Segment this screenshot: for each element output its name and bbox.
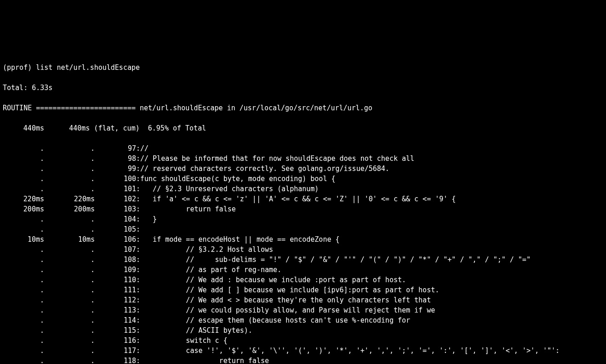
col-flat: 220ms xyxy=(3,194,44,204)
colon: : xyxy=(136,195,140,203)
colon: : xyxy=(136,306,140,314)
source-row: ..99:// reserved characters correctly. S… xyxy=(3,164,603,174)
col-cum: . xyxy=(44,214,95,224)
col-flat: . xyxy=(3,346,44,356)
col-flat: . xyxy=(3,255,44,265)
col-source: // sub-delims = "!" / "$" / "&" / "'" / … xyxy=(140,256,531,264)
source-row: ..109: // as part of reg-name. xyxy=(3,265,603,275)
col-source: // reserved characters correctly. See go… xyxy=(140,165,389,173)
pprof-prompt: (pprof) xyxy=(3,63,36,72)
col-cum: . xyxy=(44,184,95,194)
col-flat: 10ms xyxy=(3,234,44,245)
colon: : xyxy=(136,245,140,254)
source-row: ..116: switch c { xyxy=(3,336,603,346)
colon: : xyxy=(136,357,140,364)
col-flat: . xyxy=(3,336,44,346)
colon: : xyxy=(136,165,140,173)
col-lineno: 108 xyxy=(95,255,136,265)
source-row: ..117: case '!', '$', '&', '\'', '(', ')… xyxy=(3,346,603,356)
source-row: 200ms200ms103: return false xyxy=(3,204,603,214)
col-lineno: 106 xyxy=(95,234,136,245)
col-flat: . xyxy=(3,285,44,295)
col-source: return false xyxy=(140,205,236,213)
col-cum: . xyxy=(44,295,95,305)
col-lineno: 97 xyxy=(95,143,136,154)
col-lineno: 105 xyxy=(95,224,136,234)
source-row: ..101: // §2.3 Unreserved characters (al… xyxy=(3,184,603,194)
col-lineno: 114 xyxy=(95,315,136,325)
col-cum: . xyxy=(44,356,95,364)
col-cum: . xyxy=(44,285,95,295)
command-text: list net/url.shouldEscape xyxy=(36,63,140,72)
col-flat: . xyxy=(3,245,44,255)
source-row: 10ms10ms106: if mode == encodeHost || mo… xyxy=(3,234,603,245)
col-lineno: 100 xyxy=(95,174,136,184)
col-source: if mode == encodeHost || mode == encodeZ… xyxy=(140,235,339,244)
col-cum: 10ms xyxy=(44,234,95,245)
col-cum: 200ms xyxy=(44,204,95,214)
col-cum: . xyxy=(44,325,95,336)
col-lineno: 117 xyxy=(95,346,136,356)
col-source: // xyxy=(140,144,149,153)
col-lineno: 113 xyxy=(95,305,136,315)
col-flat: . xyxy=(3,275,44,285)
source-row: ..105: xyxy=(3,224,603,234)
source-row: ..104: } xyxy=(3,214,603,224)
col-source: // as part of reg-name. xyxy=(140,266,281,274)
col-source: // we could possibly allow, and Parse wi… xyxy=(140,306,435,314)
col-source: // escape them (because hosts can't use … xyxy=(140,316,410,324)
colon: : xyxy=(136,144,140,153)
col-lineno: 104 xyxy=(95,214,136,224)
col-lineno: 98 xyxy=(95,154,136,164)
col-cum: . xyxy=(44,305,95,315)
prompt-line: (pprof) list net/url.shouldEscape xyxy=(3,63,603,73)
header-flat: 440ms xyxy=(3,123,44,133)
col-cum: . xyxy=(44,255,95,265)
col-source: // §2.3 Unreserved characters (alphanum) xyxy=(140,185,319,193)
colon: : xyxy=(136,256,140,264)
col-source: return false xyxy=(140,357,269,364)
colon: : xyxy=(136,175,140,183)
terminal[interactable]: (pprof) list net/url.shouldEscape Total:… xyxy=(0,51,606,364)
col-cum: . xyxy=(44,315,95,325)
col-cum: . xyxy=(44,154,95,164)
col-source: // Please be informed that for now shoul… xyxy=(140,154,414,163)
source-row: ..111: // We add [ ] because we include … xyxy=(3,285,603,295)
col-cum: . xyxy=(44,265,95,275)
col-flat: . xyxy=(3,356,44,364)
col-flat: . xyxy=(3,224,44,234)
colon: : xyxy=(136,266,140,274)
col-source: // §3.2.2 Host allows xyxy=(140,245,273,254)
col-lineno: 111 xyxy=(95,285,136,295)
col-flat: . xyxy=(3,154,44,164)
col-source: switch c { xyxy=(140,336,228,345)
col-lineno: 112 xyxy=(95,295,136,305)
colon: : xyxy=(136,235,140,244)
source-row: ..112: // We add < > because they're the… xyxy=(3,295,603,305)
source-row: ..108: // sub-delims = "!" / "$" / "&" /… xyxy=(3,255,603,265)
col-lineno: 103 xyxy=(95,204,136,214)
colon: : xyxy=(136,296,140,304)
colon: : xyxy=(136,286,140,294)
col-source: // ASCII bytes). xyxy=(140,326,252,335)
col-lineno: 101 xyxy=(95,184,136,194)
source-row: ..114: // escape them (because hosts can… xyxy=(3,315,603,325)
col-cum: . xyxy=(44,336,95,346)
col-cum: . xyxy=(44,275,95,285)
col-source: func shouldEscape(c byte, mode encoding)… xyxy=(140,175,335,183)
colon: : xyxy=(136,276,140,284)
colon: : xyxy=(136,316,140,324)
total-line: Total: 6.33s xyxy=(3,83,603,93)
colon: : xyxy=(136,336,140,345)
source-row: ..97:// xyxy=(3,143,603,154)
col-source: if 'a' <= c && c <= 'z' || 'A' <= c && c… xyxy=(140,195,456,203)
col-lineno: 116 xyxy=(95,336,136,346)
header-rest: 440ms (flat, cum) 6.95% of Total xyxy=(44,124,206,132)
col-cum: . xyxy=(44,164,95,174)
col-flat: . xyxy=(3,143,44,154)
col-lineno: 110 xyxy=(95,275,136,285)
col-lineno: 115 xyxy=(95,325,136,336)
source-row: ..110: // We add : because we include :p… xyxy=(3,275,603,285)
col-source: // We add [ ] because we include [ipv6]:… xyxy=(140,286,439,294)
col-source: } xyxy=(140,215,157,223)
